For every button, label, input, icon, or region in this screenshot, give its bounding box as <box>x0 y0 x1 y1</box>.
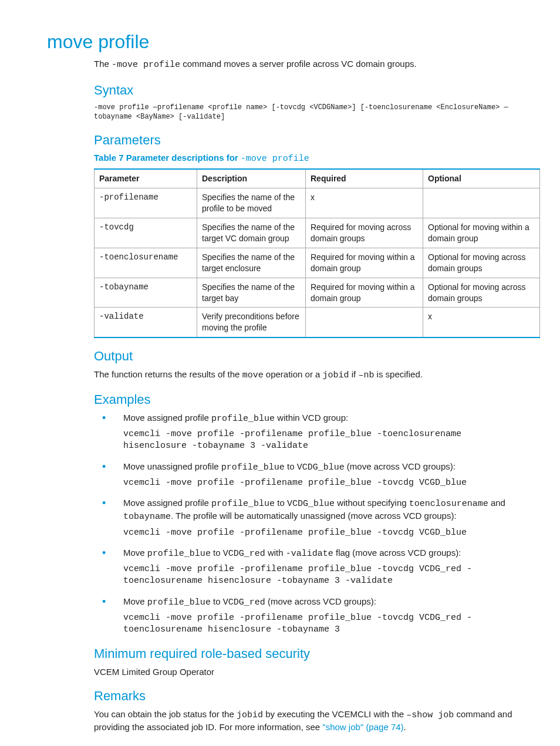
param-required: x <box>306 188 423 218</box>
example-command: vcemcli -move profile -profilename profi… <box>123 563 529 588</box>
table-row: -tovcdgSpecifies the name of the target … <box>95 218 540 248</box>
example-description: Move profile_blue to VCDG_red (move acro… <box>123 596 529 609</box>
example-description: Move assigned profile profile_blue to VC… <box>123 497 529 524</box>
output-c1: move <box>242 370 264 380</box>
th-required: Required <box>306 169 423 188</box>
syntax-block: -move profile —profilename <profile name… <box>94 103 529 121</box>
min-role-heading: Minimum required role-based security <box>94 645 529 663</box>
output-c2: jobid <box>323 370 349 380</box>
list-item: Move profile_blue to VCDG_red (move acro… <box>94 596 529 636</box>
example-command: vcemcli -move profile -profilename profi… <box>123 527 529 539</box>
example-command: vcemcli -move profile -profilename profi… <box>123 428 529 453</box>
list-item: Move assigned profile profile_blue withi… <box>94 412 529 453</box>
inline-text: flag (move across VCD groups): <box>333 548 461 558</box>
list-item: Move assigned profile profile_blue to VC… <box>94 497 529 539</box>
table-row: -validateVerify preconditions before mov… <box>95 308 540 337</box>
inline-code: profile_blue <box>211 499 275 509</box>
param-optional: x <box>423 308 540 337</box>
output-t2: operation or a <box>264 369 323 379</box>
param-name: -tobayname <box>95 278 197 308</box>
inline-text: . The profile will be automatically unas… <box>171 511 457 521</box>
inline-code: toenclosurename <box>409 499 488 509</box>
th-parameter: Parameter <box>95 169 197 188</box>
inline-text: within VCD group: <box>275 413 348 423</box>
param-optional: Optional for moving within a domain grou… <box>423 218 540 248</box>
inline-text: (move across VCD groups): <box>265 596 376 606</box>
param-name: -toenclosurename <box>95 248 197 278</box>
remarks-heading: Remarks <box>94 687 529 705</box>
min-role-text: VCEM Limited Group Operator <box>94 666 529 678</box>
param-required: Required for moving within a domain grou… <box>306 248 423 278</box>
intro-post: command moves a server profile across VC… <box>180 59 417 69</box>
param-optional: Optional for moving across domain groups <box>423 278 540 308</box>
syntax-heading: Syntax <box>94 82 529 99</box>
inline-text: Move assigned profile <box>123 498 211 508</box>
inline-code: VCDG_red <box>223 549 265 559</box>
inline-text: to <box>275 498 287 508</box>
table-row: -tobaynameSpecifies the name of the targ… <box>95 278 540 308</box>
inline-text: Move unassigned profile <box>123 461 221 471</box>
param-name: -validate <box>95 308 197 337</box>
list-item: Move profile_blue to VCDG_red with -vali… <box>94 547 529 588</box>
table-row: -toenclosurenameSpecifies the name of th… <box>95 248 540 278</box>
inline-text: Move <box>123 596 147 606</box>
remarks-t4: . <box>404 722 406 732</box>
remarks-text: You can obtain the job status for the jo… <box>94 708 529 734</box>
inline-code: -validate <box>286 549 333 559</box>
inline-text: to <box>211 548 223 558</box>
inline-code: profile_blue <box>147 549 211 559</box>
th-description: Description <box>197 169 306 188</box>
table-row: -profilenameSpecifies the name of the pr… <box>95 188 540 218</box>
intro-text: The -move profile command moves a server… <box>94 58 529 71</box>
output-t1: The function returns the results of the <box>94 369 242 379</box>
remarks-c1: jobid <box>237 710 263 720</box>
inline-code: profile_blue <box>221 463 285 472</box>
remarks-t1: You can obtain the job status for the <box>94 709 237 719</box>
th-optional: Optional <box>423 169 540 188</box>
remarks-c2: –show job <box>406 710 454 720</box>
example-description: Move assigned profile profile_blue withi… <box>123 412 529 425</box>
example-command: vcemcli -move profile -profilename profi… <box>123 477 529 489</box>
parameters-heading: Parameters <box>94 131 529 149</box>
output-heading: Output <box>94 347 529 365</box>
param-required: Required for moving within a domain grou… <box>306 278 423 308</box>
remarks-link[interactable]: "show job" (page 74) <box>322 722 403 732</box>
inline-text: to <box>211 596 223 606</box>
param-desc: Specifies the name of the target bay <box>197 278 306 308</box>
inline-code: tobayname <box>123 512 171 522</box>
inline-text: with <box>265 548 286 558</box>
caption-pre: Table 7 Parameter descriptions for <box>94 153 241 163</box>
remarks-t2: by executing the VCEMCLI with the <box>263 709 406 719</box>
intro-cmd: -move profile <box>112 60 180 70</box>
param-desc: Specifies the name of the profile to be … <box>197 188 306 218</box>
param-desc: Specifies the name of the target VC doma… <box>197 218 306 248</box>
inline-code: profile_blue <box>211 414 275 424</box>
output-t3: if <box>349 369 359 379</box>
param-desc: Verify preconditions before moving the p… <box>197 308 306 337</box>
inline-text: Move assigned profile <box>123 413 211 423</box>
examples-list: Move assigned profile profile_blue withi… <box>94 412 529 636</box>
page-title: move profile <box>47 29 529 55</box>
examples-heading: Examples <box>94 391 529 409</box>
inline-text: to <box>285 461 297 471</box>
param-name: -tovcdg <box>95 218 197 248</box>
output-t4: is specified. <box>374 369 423 379</box>
param-optional: Optional for moving across domain groups <box>423 248 540 278</box>
intro-pre: The <box>94 59 112 69</box>
inline-text: Move <box>123 548 147 558</box>
inline-code: VCDG_blue <box>287 499 335 509</box>
param-desc: Specifies the name of the target enclosu… <box>197 248 306 278</box>
list-item: Move unassigned profile profile_blue to … <box>94 461 529 490</box>
inline-text: (move across VCD groups): <box>345 461 456 471</box>
param-required: Required for moving across domain groups <box>306 218 423 248</box>
parameters-table: Parameter Description Required Optional … <box>94 168 540 338</box>
table-header-row: Parameter Description Required Optional <box>95 169 540 188</box>
output-c3: –nb <box>358 370 374 380</box>
param-required <box>306 308 423 337</box>
example-command: vcemcli -move profile -profilename profi… <box>123 612 529 636</box>
inline-text: without specifying <box>335 498 409 508</box>
table-caption: Table 7 Parameter descriptions for -move… <box>94 152 529 165</box>
inline-text: and <box>488 498 505 508</box>
param-name: -profilename <box>95 188 197 218</box>
inline-code: profile_blue <box>147 598 211 607</box>
